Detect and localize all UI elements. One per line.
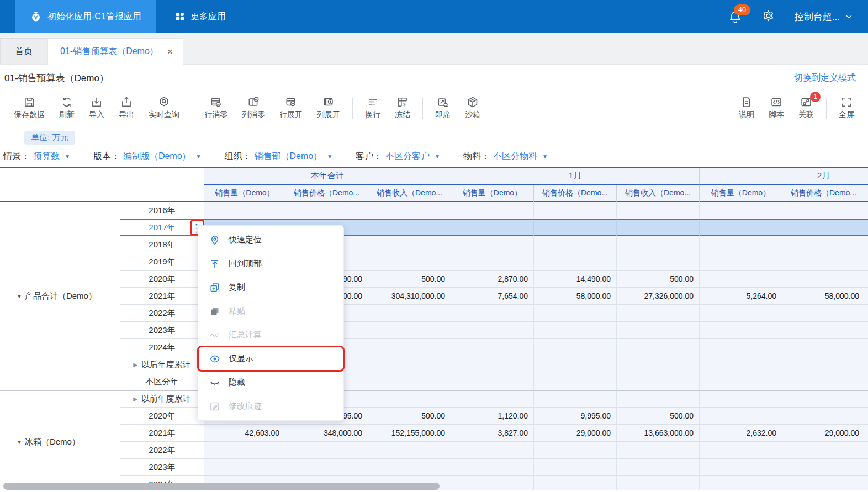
toolbar-button-refresh[interactable]: 刷新 bbox=[59, 96, 75, 120]
data-cell[interactable]: 9,995.00 bbox=[534, 408, 617, 425]
toolbar-button-row-expand[interactable]: 行展开 bbox=[279, 96, 303, 120]
data-cell[interactable] bbox=[782, 253, 865, 271]
data-cell[interactable] bbox=[617, 305, 700, 322]
app-tab-current[interactable]: 初始化应用-C1管报应用 bbox=[15, 0, 156, 33]
data-cell[interactable] bbox=[865, 408, 868, 425]
data-cell[interactable] bbox=[451, 356, 534, 373]
data-cell[interactable] bbox=[865, 288, 868, 305]
filter-value-dropdown[interactable]: 不区分客户 ▼ bbox=[385, 151, 440, 162]
data-cell[interactable] bbox=[534, 339, 617, 356]
data-cell[interactable] bbox=[534, 305, 617, 322]
data-cell[interactable] bbox=[451, 476, 534, 490]
settings-button[interactable] bbox=[762, 9, 775, 24]
menu-item-location[interactable]: 快速定位 bbox=[198, 228, 343, 252]
data-cell[interactable] bbox=[451, 202, 534, 219]
row-group-label[interactable]: ▼ 冰箱（Demo） bbox=[0, 390, 120, 490]
data-cell[interactable]: 13,663,000.00 bbox=[617, 425, 700, 442]
data-cell[interactable] bbox=[865, 425, 868, 442]
data-cell[interactable]: 500.00 bbox=[617, 271, 700, 288]
data-cell[interactable] bbox=[617, 202, 700, 219]
column-header[interactable] bbox=[865, 185, 868, 202]
data-cell[interactable] bbox=[782, 219, 865, 236]
menu-item-copy[interactable]: 复制 bbox=[198, 276, 343, 299]
toolbar-button-col-zero[interactable]: 列消零 bbox=[242, 96, 265, 120]
data-cell[interactable] bbox=[534, 442, 617, 459]
toolbar-button-row-zero[interactable]: 行消零 bbox=[204, 96, 227, 120]
data-cell[interactable] bbox=[285, 442, 368, 459]
data-cell[interactable] bbox=[782, 459, 865, 476]
column-header[interactable]: 销售价格（Demo... bbox=[534, 185, 617, 202]
row-header[interactable]: 2022年 bbox=[120, 442, 204, 459]
data-cell[interactable] bbox=[782, 305, 865, 322]
data-cell[interactable] bbox=[451, 390, 534, 408]
data-cell[interactable]: 14,490.00 bbox=[534, 271, 617, 288]
data-cell[interactable] bbox=[285, 202, 368, 219]
data-cell[interactable]: 348,000.00 bbox=[285, 425, 368, 442]
row-header[interactable]: 不区分年 bbox=[120, 373, 204, 390]
toolbar-button-sandbox[interactable]: 沙箱 bbox=[465, 96, 480, 120]
data-cell[interactable] bbox=[865, 459, 868, 476]
row-header[interactable]: ▶ 以后年度累计 bbox=[120, 356, 204, 373]
row-header[interactable]: 2021年 bbox=[120, 288, 204, 305]
data-cell[interactable]: 58,000.00 bbox=[782, 288, 865, 305]
data-cell[interactable] bbox=[865, 322, 868, 339]
data-cell[interactable] bbox=[534, 373, 617, 390]
data-cell[interactable]: 29,000.00 bbox=[782, 425, 865, 442]
data-cell[interactable] bbox=[700, 219, 782, 236]
column-group-header[interactable]: 1月 bbox=[451, 168, 700, 185]
data-cell[interactable]: 29,000.00 bbox=[534, 425, 617, 442]
data-cell[interactable]: 500.00 bbox=[368, 271, 451, 288]
data-cell[interactable] bbox=[865, 356, 868, 373]
column-header[interactable]: 销售量（Demo） bbox=[451, 185, 534, 202]
toolbar-button-script[interactable]: 脚本 bbox=[769, 96, 784, 120]
data-cell[interactable] bbox=[204, 202, 285, 219]
data-cell[interactable] bbox=[617, 253, 700, 271]
data-cell[interactable] bbox=[617, 459, 700, 476]
data-cell[interactable] bbox=[782, 373, 865, 390]
row-header[interactable]: 2021年 bbox=[120, 425, 204, 442]
data-cell[interactable]: 1,120.00 bbox=[451, 408, 534, 425]
horizontal-scrollbar[interactable] bbox=[3, 483, 440, 490]
data-cell[interactable] bbox=[534, 202, 617, 219]
data-cell[interactable] bbox=[700, 442, 782, 459]
data-cell[interactable] bbox=[451, 236, 534, 253]
data-cell[interactable] bbox=[451, 219, 534, 236]
data-cell[interactable] bbox=[700, 305, 782, 322]
data-cell[interactable]: 7,654.00 bbox=[451, 288, 534, 305]
data-cell[interactable] bbox=[451, 305, 534, 322]
data-cell[interactable] bbox=[368, 219, 451, 236]
data-cell[interactable] bbox=[617, 442, 700, 459]
toolbar-button-save[interactable]: 保存数据 bbox=[14, 96, 45, 120]
tab-home[interactable]: 首页 bbox=[0, 38, 47, 64]
data-cell[interactable] bbox=[617, 322, 700, 339]
data-cell[interactable]: 2,870.00 bbox=[451, 271, 534, 288]
data-cell[interactable]: 152,155,000.00 bbox=[368, 425, 451, 442]
data-cell[interactable] bbox=[451, 459, 534, 476]
toolbar-button-fullscreen[interactable]: 全屏 bbox=[839, 96, 854, 120]
toolbar-button-doc[interactable]: 说明 bbox=[739, 96, 754, 120]
toolbar-button-freeze[interactable]: 冻结 bbox=[395, 96, 410, 120]
data-cell[interactable] bbox=[782, 442, 865, 459]
data-cell[interactable] bbox=[534, 322, 617, 339]
toolbar-button-col-expand[interactable]: 列展开 bbox=[317, 96, 340, 120]
data-cell[interactable] bbox=[204, 442, 285, 459]
row-header[interactable]: 2023年 bbox=[120, 459, 204, 476]
filter-value-dropdown[interactable]: 不区分物料 ▼ bbox=[493, 151, 548, 162]
toolbar-button-export[interactable]: 导出 bbox=[119, 96, 134, 120]
data-cell[interactable] bbox=[700, 271, 782, 288]
filter-value-dropdown[interactable]: 销售部（Demo） ▼ bbox=[255, 151, 333, 162]
data-cell[interactable] bbox=[368, 390, 451, 408]
column-header[interactable]: 销售收入（Demo... bbox=[617, 185, 700, 202]
data-cell[interactable] bbox=[865, 271, 868, 288]
data-cell[interactable] bbox=[451, 339, 534, 356]
row-header[interactable]: 2023年 bbox=[120, 322, 204, 339]
data-cell[interactable] bbox=[368, 322, 451, 339]
data-cell[interactable] bbox=[700, 202, 782, 219]
filter-value-dropdown[interactable]: 编制版（Demo） ▼ bbox=[123, 151, 202, 162]
notifications-button[interactable]: 40 bbox=[728, 10, 742, 24]
menu-item-to-top[interactable]: 回到顶部 bbox=[198, 252, 343, 276]
data-cell[interactable] bbox=[782, 408, 865, 425]
data-cell[interactable] bbox=[368, 253, 451, 271]
switch-to-define-mode-link[interactable]: 切换到定义模式 bbox=[794, 72, 856, 84]
data-cell[interactable] bbox=[782, 271, 865, 288]
